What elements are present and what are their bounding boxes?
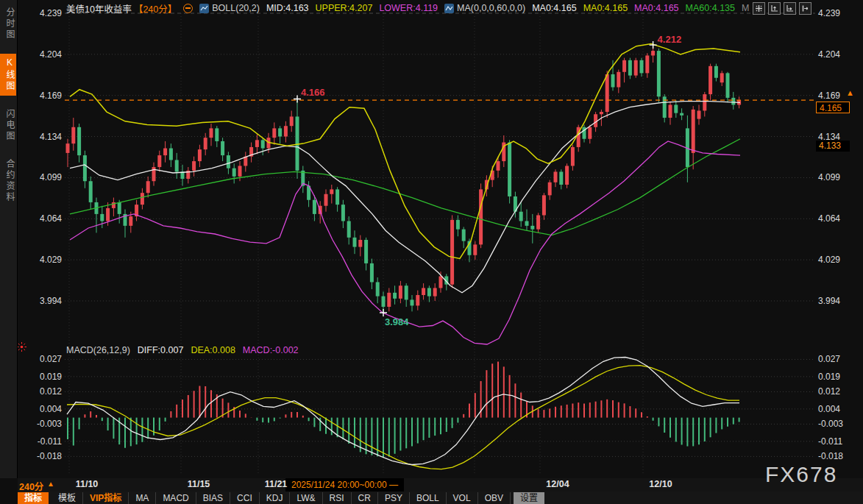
toolbar-item-BIAS[interactable]: BIAS [196,492,230,504]
candle-body [473,244,477,255]
sidebar-tab-1[interactable]: 分时图 [0,4,16,44]
toolbar-item-LW&[interactable]: LW& [290,492,322,504]
macd-axis-label-left: -0.003 [37,419,62,429]
candle-body [382,297,386,307]
pan-crosshair-icon[interactable] [753,2,765,15]
indicator-toolbar: 指标模板VIP指标MAMACDBIASCCIKDJLW&RSICRPSYBOLL… [18,491,863,504]
period-badge: 【240分】 [134,1,177,15]
candle-body [525,221,529,225]
y-axis-label-left: 4.134 [40,132,62,142]
candle-body [232,168,236,177]
y-axis-label-left: 3.994 [40,296,62,306]
date-label-11/15: 11/15 [188,479,210,489]
y-axis-label-left: 4.204 [40,49,62,60]
candle-body [519,212,523,221]
candle-body [571,147,575,166]
macd-axis-label-right: 0.004 [818,404,840,414]
candle-body [399,285,402,299]
candle-body [634,60,638,76]
shift-right-icon[interactable] [799,2,811,15]
ma0-yellow-value: MA0:4.165 [583,3,628,13]
candle-body [731,98,735,105]
toolbar-item-RSI[interactable]: RSI [323,492,352,504]
candle-body [353,238,357,247]
candle-body [600,112,603,114]
ma60-price-tag: 4.133 [816,141,850,152]
alert-icon[interactable] [16,341,27,355]
macd-params-label: MACD(26,12,9) [66,345,130,355]
candle-body [290,116,294,126]
macd-axis-label-right: 0.019 [818,372,840,382]
candle-body [708,66,712,94]
candle-body [605,74,609,112]
candle-body [387,293,391,307]
candle-body [559,171,563,185]
zoom-x-axis-icon[interactable] [784,2,796,15]
toolbar-item-MA[interactable]: MA [129,492,156,504]
candle-body [83,155,87,181]
toolbar-item-PSY[interactable]: PSY [378,492,410,504]
indicator-header: 美债10年收益率 【240分】 BOLL(20,2) MID:4.163 UPP… [66,2,749,14]
candle-body [720,73,724,82]
toolbar-item-VIP指标[interactable]: VIP指标 [83,492,129,504]
ma-chart-icon[interactable] [444,4,454,13]
candle-body [100,214,104,221]
price-annotation: 4.212 [658,34,682,45]
y-axis-label-right: 4.239 [818,8,840,18]
chart-canvas[interactable]: 4.2394.2394.2044.2044.1694.1694.1344.134… [0,0,863,478]
price-annotation: 3.984 [385,316,409,327]
y-axis-label-right: 3.994 [818,296,840,306]
candle-body [141,193,144,205]
candle-body [364,240,368,263]
candle-body [565,166,569,185]
ma60-value: MA60:4.135 [686,3,735,13]
candle-body [261,140,265,148]
candle-body [536,215,540,229]
candle-body [674,104,678,113]
candle-body [422,288,425,295]
sidebar-tab-2[interactable]: K线图 [0,54,16,96]
ma0-magenta-value: MA0:4.165 [634,3,678,13]
candle-body [588,127,592,139]
date-label-11/10: 11/10 [76,479,99,489]
toolbar-item-CCI[interactable]: CCI [230,492,260,504]
boll-chart-icon[interactable] [199,4,209,13]
macd-axis-label-left: -0.018 [37,451,62,461]
candle-body [450,220,454,285]
candle-body [726,73,730,98]
macd-axis-label-right: -0.003 [818,419,843,429]
toolbar-item-VOL[interactable]: VOL [447,492,478,504]
candle-body [433,288,437,296]
zoom-y-axis-icon[interactable] [768,2,781,15]
sidebar-tab-4[interactable]: 合约资料 [0,155,16,207]
candle-body [427,288,431,296]
candle-body [611,74,615,88]
toolbar-item-指标[interactable]: 指标 [18,492,49,504]
candle-body [692,110,695,153]
candle-body [341,205,345,221]
ma-group-label: MA(0,0,0,60,0,0) [457,3,525,13]
candle-body [628,60,632,76]
boll-label: BOLL(20,2) [212,3,260,13]
toolbar-item-CR[interactable]: CR [352,492,378,504]
candle-body [416,295,419,305]
toolbar-item-MACD[interactable]: MACD [156,492,196,504]
toolbar-item-模板[interactable]: 模板 [52,492,83,504]
candle-body [284,126,288,136]
toolbar-item-设置[interactable]: 设置 [514,492,544,504]
candle-body [554,171,558,182]
period-up-arrow-icon: ▲ [47,480,54,488]
candle-body [335,189,339,205]
candle-body [645,55,649,73]
sidebar-tab-3[interactable]: 闪电图 [0,105,16,146]
boll-mid-value: MID:4.163 [266,3,309,13]
candle-body [651,51,655,55]
y-axis-label-left: 4.064 [40,213,62,224]
toolbar-item-OBV[interactable]: OBV [478,492,511,504]
collapse-icon[interactable] [183,4,193,13]
date-label-12/10: 12/10 [649,479,672,489]
macd-dea-value: DEA:0.008 [191,345,235,355]
toolbar-item-KDJ[interactable]: KDJ [260,492,291,504]
candle-body [697,110,701,118]
toolbar-item-BOLL[interactable]: BOLL [410,492,447,504]
